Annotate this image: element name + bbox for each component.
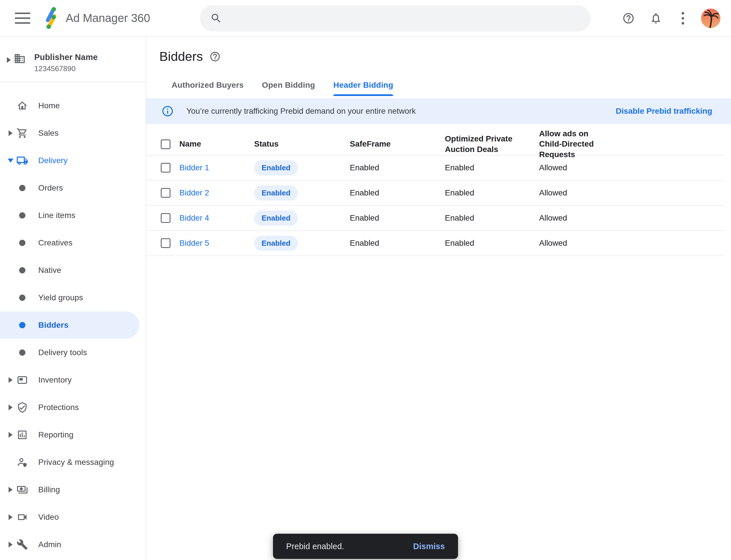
status-badge: Enabled bbox=[254, 211, 298, 226]
row-checkbox[interactable] bbox=[161, 213, 171, 223]
sidebar-item-bidders[interactable]: Bidders bbox=[0, 311, 139, 339]
disable-prebid-trafficking-link[interactable]: Disable Prebid trafficking bbox=[616, 107, 712, 116]
row-checkbox[interactable] bbox=[161, 188, 171, 198]
sidebar-item-native[interactable]: Native bbox=[0, 257, 146, 284]
sidebar-item-delivery[interactable]: Delivery bbox=[0, 147, 146, 174]
main-content: Bidders Authorized Buyers Open Bidding H… bbox=[146, 37, 731, 560]
column-header-optimized-private-auction-deals: Optimized Private Auction Deals bbox=[445, 134, 516, 155]
cart-icon bbox=[16, 127, 29, 139]
table-row: Bidder 1 Enabled Enabled Enabled Allowed bbox=[146, 155, 724, 181]
bullet-icon bbox=[16, 322, 29, 328]
bullet-icon bbox=[16, 185, 29, 191]
info-icon bbox=[161, 105, 174, 117]
status-badge: Enabled bbox=[254, 160, 298, 175]
optimized-private-auction-deals-value: Enabled bbox=[445, 188, 539, 197]
chevron-right-icon bbox=[9, 405, 13, 410]
home-icon bbox=[16, 100, 29, 111]
shield-check-icon bbox=[16, 402, 29, 413]
column-header-child-directed: Allow ads on Child-Directed Requests bbox=[539, 129, 610, 160]
sidebar-item-yield-groups[interactable]: Yield groups bbox=[0, 284, 146, 311]
tab-header-bidding[interactable]: Header Bidding bbox=[333, 81, 393, 96]
safeframe-value: Enabled bbox=[350, 239, 445, 248]
sidebar-item-creatives[interactable]: Creatives bbox=[0, 229, 146, 257]
table-row: Bidder 5 Enabled Enabled Enabled Allowed bbox=[146, 231, 724, 256]
column-header-name: Name bbox=[179, 139, 254, 149]
sidebar-item-privacy-messaging[interactable]: Privacy & messaging bbox=[0, 449, 146, 476]
global-search-input[interactable] bbox=[231, 13, 582, 23]
row-checkbox[interactable] bbox=[161, 238, 171, 248]
safeframe-value: Enabled bbox=[350, 213, 445, 223]
child-directed-value: Allowed bbox=[539, 188, 724, 197]
bar-chart-icon bbox=[16, 429, 29, 441]
child-directed-value: Allowed bbox=[539, 239, 724, 248]
column-header-status: Status bbox=[254, 139, 350, 149]
optimized-private-auction-deals-value: Enabled bbox=[445, 213, 539, 223]
child-directed-value: Allowed bbox=[539, 163, 724, 172]
ad-unit-icon bbox=[16, 374, 29, 386]
help-icon[interactable] bbox=[622, 12, 635, 25]
sidebar-item-delivery-tools[interactable]: Delivery tools bbox=[0, 339, 146, 366]
tab-bar: Authorized Buyers Open Bidding Header Bi… bbox=[146, 81, 731, 96]
column-header-safeframe: SafeFrame bbox=[350, 139, 445, 149]
bullet-icon bbox=[16, 240, 29, 246]
sidebar-item-line-items[interactable]: Line items bbox=[0, 202, 146, 229]
hamburger-menu-icon[interactable] bbox=[15, 12, 30, 24]
dismiss-button[interactable]: Dismiss bbox=[413, 542, 445, 551]
payments-icon bbox=[16, 484, 29, 495]
video-camera-icon bbox=[16, 511, 29, 523]
chevron-right-icon bbox=[9, 487, 13, 493]
select-all-checkbox[interactable] bbox=[161, 139, 171, 149]
chevron-right-icon bbox=[9, 377, 13, 383]
app-bar: Ad Manager 360 bbox=[0, 0, 731, 37]
page-title: Bidders bbox=[159, 49, 203, 64]
row-checkbox[interactable] bbox=[161, 163, 171, 173]
notifications-bell-icon[interactable] bbox=[650, 12, 662, 25]
bidder-link[interactable]: Bidder 5 bbox=[179, 239, 209, 247]
bidder-link[interactable]: Bidder 2 bbox=[179, 188, 209, 197]
sidebar-item-billing[interactable]: Billing bbox=[0, 476, 146, 503]
sidebar-item-protections[interactable]: Protections bbox=[0, 394, 146, 421]
sidebar-item-video[interactable]: Video bbox=[0, 503, 146, 531]
child-directed-value: Allowed bbox=[539, 213, 724, 223]
sidebar-item-home[interactable]: Home bbox=[0, 92, 146, 119]
toast-message: Prebid enabled. bbox=[286, 542, 344, 551]
page-help-icon[interactable] bbox=[209, 51, 221, 62]
snackbar-toast: Prebid enabled. Dismiss bbox=[273, 534, 458, 559]
network-code: 1234567890 bbox=[34, 64, 98, 73]
optimized-private-auction-deals-value: Enabled bbox=[445, 239, 539, 248]
status-badge: Enabled bbox=[254, 185, 298, 201]
product-title: Ad Manager 360 bbox=[66, 12, 150, 25]
sidebar-item-inventory[interactable]: Inventory bbox=[0, 366, 146, 394]
search-icon bbox=[210, 12, 222, 24]
sidebar-item-orders[interactable]: Orders bbox=[0, 174, 146, 202]
chevron-right-icon bbox=[9, 432, 13, 438]
publisher-account-switcher[interactable]: Publisher Name 1234567890 bbox=[0, 37, 146, 82]
table-header-row: Name Status SafeFrame Optimized Private … bbox=[146, 129, 724, 155]
prebid-info-banner: You’re currently trafficking Prebid dema… bbox=[146, 98, 731, 124]
ad-manager-logo-icon bbox=[44, 6, 58, 30]
bullet-icon bbox=[16, 267, 29, 273]
bidder-link[interactable]: Bidder 4 bbox=[179, 213, 209, 222]
sidebar-item-sales[interactable]: Sales bbox=[0, 119, 146, 147]
global-search-bar[interactable] bbox=[200, 5, 590, 31]
sidebar-item-reporting[interactable]: Reporting bbox=[0, 421, 146, 449]
truck-icon bbox=[16, 155, 29, 167]
safeframe-value: Enabled bbox=[350, 188, 445, 197]
sidebar-item-admin[interactable]: Admin bbox=[0, 531, 146, 558]
bullet-icon bbox=[16, 295, 29, 301]
chevron-right-icon bbox=[9, 130, 13, 136]
bullet-icon bbox=[16, 349, 29, 356]
wrench-icon bbox=[16, 539, 29, 550]
tab-open-bidding[interactable]: Open Bidding bbox=[262, 81, 315, 96]
person-shield-icon bbox=[16, 457, 29, 468]
sidebar: Publisher Name 1234567890 Home bbox=[0, 37, 146, 560]
user-avatar[interactable] bbox=[701, 9, 720, 28]
chevron-down-icon bbox=[8, 159, 13, 163]
tab-authorized-buyers[interactable]: Authorized Buyers bbox=[172, 81, 244, 96]
more-options-icon[interactable] bbox=[676, 12, 689, 25]
status-badge: Enabled bbox=[254, 236, 298, 251]
table-row: Bidder 2 Enabled Enabled Enabled Allowed bbox=[146, 181, 724, 206]
optimized-private-auction-deals-value: Enabled bbox=[445, 163, 539, 172]
bidder-link[interactable]: Bidder 1 bbox=[179, 163, 209, 172]
table-row: Bidder 4 Enabled Enabled Enabled Allowed bbox=[146, 206, 724, 231]
